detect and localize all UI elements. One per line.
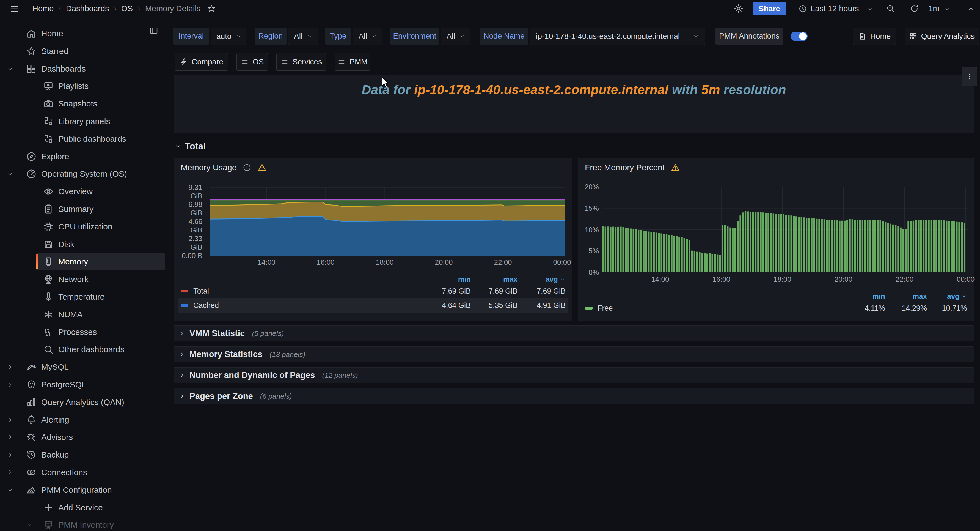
sidebar-item-starred[interactable]: Starred [0,43,165,59]
sidebar-item-connections[interactable]: Connections [0,464,165,481]
legend-label: Free [598,304,613,313]
variable-value-region[interactable]: All [288,27,318,45]
warning-icon[interactable] [258,163,267,172]
sidebar-item-operating-system-os-[interactable]: Operating System (OS) [0,166,165,182]
sidebar-item-processes[interactable]: Processes [0,324,165,340]
variable-current-value: All [447,32,455,41]
pmm-link-button[interactable]: PMM [335,53,371,71]
sidebar-item-pmm-inventory[interactable]: PMM Inventory [0,517,165,531]
legend-swatch [181,304,188,307]
variable-value-interval[interactable]: auto [211,27,246,45]
sidebar-item-disk[interactable]: Disk [0,236,165,253]
panel-menu-button[interactable] [962,67,977,86]
services-link-button[interactable]: Services [276,53,326,71]
presentation-icon [43,81,54,92]
variable-label-type: Type [325,27,351,45]
breadcrumb-item[interactable]: Home [32,4,54,13]
section-header-memory-statistics[interactable]: Memory Statistics(13 panels) [174,346,974,362]
variable-value-environment[interactable]: All [441,27,471,45]
sidebar-item-home[interactable]: Home [0,25,165,42]
sidebar-item-library-panels[interactable]: Library panels [0,113,165,129]
panel-title-row[interactable]: Free Memory Percent [585,163,680,172]
compare-link-button[interactable]: Compare [175,53,228,71]
sidebar-item-other-dashboards[interactable]: Other dashboards [0,341,165,358]
legend-row-total[interactable]: Total7.69 GiB7.69 GiB7.69 GiB [178,284,568,298]
menu-icon[interactable] [10,3,20,14]
chevron-right-icon[interactable] [6,469,14,476]
y-axis-tick: 5% [581,247,599,255]
sidebar-item-mysql[interactable]: MySQL [0,359,165,375]
sidebar-item-postgresql[interactable]: PostgreSQL [0,376,165,393]
memory-usage-plot[interactable] [210,187,565,255]
variable-current-value: ip-10-178-1-40.us-east-2.compute.interna… [536,32,680,41]
sidebar-item-pmm-configuration[interactable]: PMM Configuration [0,482,165,498]
sidebar-item-numa[interactable]: NUMA [0,306,165,323]
sidebar-item-query-analytics-qan-[interactable]: Query Analytics (QAN) [0,394,165,410]
chevron-down-icon [961,293,967,299]
legend-row-cached[interactable]: Cached4.64 GiB5.35 GiB4.91 GiB [178,298,568,313]
refresh-interval-select[interactable]: 1m [928,0,939,17]
chevron-right-icon[interactable] [6,364,14,371]
sidebar-item-explore[interactable]: Explore [0,148,165,165]
sidebar-item-overview[interactable]: Overview [0,183,165,200]
variable-value-type[interactable]: All [353,27,382,45]
sidebar-item-add-service[interactable]: Add Service [0,499,165,516]
sidebar-item-dashboards[interactable]: Dashboards [0,61,165,77]
chevron-right-icon[interactable] [6,434,14,441]
breadcrumb-item[interactable]: Memory Details [145,4,200,13]
sidebar-item-alerting[interactable]: Alerting [0,411,165,428]
variable-value-node-name[interactable]: ip-10-178-1-40.us-east-2.compute.interna… [530,27,705,45]
sidebar-item-snapshots[interactable]: Snapshots [0,96,165,112]
os-link-button[interactable]: OS [237,53,268,71]
chevron-right-icon[interactable] [6,381,14,388]
legend-row-free[interactable]: Free4.11%14.29%10.71% [582,301,970,315]
sidebar-item-network[interactable]: Network [0,271,165,287]
chevron-right-icon[interactable] [6,416,14,423]
warning-icon[interactable] [671,163,680,172]
section-header-pages-per-zone[interactable]: Pages per Zone(6 panels) [174,388,974,404]
sidebar-item-summary[interactable]: Summary [0,201,165,217]
chevron-down-icon[interactable] [6,486,14,494]
sidebar-item-backup[interactable]: Backup [0,446,165,463]
legend-sort-min[interactable]: min [842,292,885,301]
sidebar-item-temperature[interactable]: Temperature [0,289,165,305]
zoom-out-icon[interactable] [886,4,895,13]
sidebar-item-public-dashboards[interactable]: Public dashboards [0,131,165,147]
legend-sort-max[interactable]: max [471,275,517,284]
y-axis-tick: 0.00 B [177,252,202,260]
chevron-right-icon[interactable] [6,451,14,458]
query-analytics-button[interactable]: Query Analytics [905,27,979,45]
breadcrumb-item[interactable]: OS [121,4,133,13]
home-button[interactable]: Home [853,27,896,45]
breadcrumb-item[interactable]: Dashboards [66,4,109,13]
sidebar-item-label: Starred [41,43,68,59]
sidebar-item-cpu-utilization[interactable]: CPU utilization [0,218,165,235]
gear-icon[interactable] [733,3,743,13]
chevron-down-icon[interactable] [26,521,33,528]
toggle-pill [791,32,808,41]
breadcrumb-separator: › [138,5,140,13]
sidebar-item-memory[interactable]: Memory [0,254,165,270]
section-header-number-and-dynamic-of-pages[interactable]: Number and Dynamic of Pages(12 panels) [174,367,974,383]
section-header-vmm-statistic[interactable]: VMM Statistic(5 panels) [174,325,974,341]
time-range-picker[interactable]: Last 12 hours [811,0,859,17]
star-icon[interactable] [207,4,216,13]
info-icon[interactable] [242,163,251,172]
sidebar-item-label: Disk [58,236,74,253]
legend-sort-min[interactable]: min [418,275,471,284]
free-memory-plot[interactable] [601,187,968,273]
collapse-toolbar-icon[interactable] [967,5,975,13]
share-button[interactable]: Share [752,2,786,15]
refresh-icon[interactable] [910,4,919,13]
legend-sort-avg[interactable]: avg [517,275,566,284]
panel-title-row[interactable]: Memory Usage [181,163,267,172]
sidebar-item-advisors[interactable]: Advisors [0,429,165,445]
chevron-down-icon[interactable] [6,65,14,72]
legend-sort-avg[interactable]: avg [927,292,967,301]
sidebar-item-playlists[interactable]: Playlists [0,78,165,94]
chevron-down-icon[interactable] [6,170,14,177]
pmm-annotations-toggle[interactable] [785,27,813,45]
legend-sort-max[interactable]: max [885,292,927,301]
section-header-total[interactable]: Total [174,140,206,153]
section-label: Number and Dynamic of Pages [189,370,315,380]
